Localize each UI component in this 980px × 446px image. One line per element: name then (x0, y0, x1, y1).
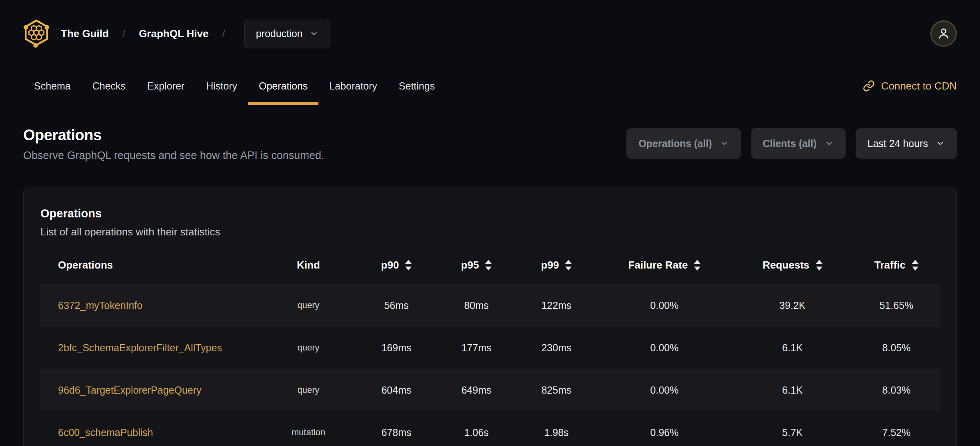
p90-cell: 56ms (356, 284, 436, 327)
p99-cell: 1.98s (516, 411, 596, 446)
requests-cell: 6.1K (732, 327, 852, 369)
chevron-down-icon (825, 139, 834, 148)
sort-arrows-icon[interactable] (816, 260, 822, 271)
table-row: 2bfc_SchemaExplorerFilter_AllTypes query… (40, 327, 940, 369)
tab-operations[interactable]: Operations (248, 67, 318, 105)
sort-desc-icon (565, 267, 572, 271)
sort-desc-icon (405, 267, 412, 271)
traffic-cell: 7.52% (852, 411, 940, 446)
table-row: 96d6_TargetExplorerPageQuery query 604ms… (40, 369, 940, 411)
clients-filter-label: Clients (all) (763, 138, 817, 149)
tab-checks[interactable]: Checks (82, 67, 136, 105)
operation-link[interactable]: 6372_myTokenInfo (58, 300, 142, 311)
breadcrumb-separator: / (220, 28, 227, 40)
tab-schema[interactable]: Schema (23, 67, 82, 105)
page-subtitle: Observe GraphQL requests and see how the… (23, 149, 324, 162)
sort-desc-icon (694, 267, 700, 271)
main-nav: Schema Checks Explorer History Operation… (0, 67, 980, 105)
operation-link[interactable]: 96d6_TargetExplorerPageQuery (58, 384, 202, 396)
header-failure-rate[interactable]: Failure Rate (596, 252, 732, 284)
requests-cell: 39.2K (732, 284, 852, 327)
sort-asc-icon (694, 260, 700, 264)
breadcrumb-org[interactable]: The Guild (61, 28, 109, 40)
tab-laboratory[interactable]: Laboratory (318, 67, 388, 105)
p95-cell: 80ms (436, 284, 516, 327)
p99-cell: 122ms (516, 284, 596, 327)
target-selector[interactable]: production (244, 19, 330, 48)
kind-cell: query (260, 369, 356, 411)
requests-cell: 6.1K (732, 369, 852, 411)
user-avatar[interactable] (930, 20, 957, 47)
person-icon (936, 26, 951, 41)
header-p90-label: p90 (381, 259, 399, 271)
operation-cell: 2bfc_SchemaExplorerFilter_AllTypes (40, 327, 260, 369)
clients-filter-dropdown[interactable]: Clients (all) (751, 128, 846, 159)
breadcrumb: The Guild / GraphQL Hive / production (23, 19, 330, 48)
header-requests-label: Requests (762, 259, 809, 271)
traffic-cell: 8.03% (852, 369, 940, 411)
table-row: 6372_myTokenInfo query 56ms 80ms 122ms 0… (40, 284, 940, 327)
p99-cell: 825ms (516, 369, 596, 411)
operations-table: Operations Kind p90 p95 p99 Failure Rate… (40, 252, 940, 446)
period-filter-dropdown[interactable]: Last 24 hours (856, 128, 957, 159)
sort-asc-icon (912, 260, 918, 264)
operations-filter-label: Operations (all) (638, 138, 712, 149)
failure-rate-cell: 0.00% (596, 327, 732, 369)
sort-asc-icon (405, 260, 412, 264)
table-header-row: Operations Kind p90 p95 p99 Failure Rate… (40, 252, 940, 284)
breadcrumb-separator: / (120, 28, 128, 40)
link-icon (863, 80, 875, 92)
card-subtitle: List of all operations with their statis… (40, 226, 940, 238)
sort-desc-icon (485, 267, 492, 271)
requests-cell: 5.7K (732, 411, 852, 446)
sort-desc-icon (816, 267, 822, 271)
operation-cell: 6c00_schemaPublish (40, 411, 260, 446)
header-traffic[interactable]: Traffic (852, 252, 940, 284)
period-filter-label: Last 24 hours (868, 138, 928, 149)
operation-link[interactable]: 2bfc_SchemaExplorerFilter_AllTypes (58, 342, 222, 353)
p95-cell: 649ms (436, 369, 516, 411)
p95-cell: 1.06s (436, 411, 516, 446)
header-traffic-label: Traffic (874, 259, 906, 271)
tab-history[interactable]: History (195, 67, 248, 105)
sort-arrows-icon[interactable] (485, 260, 492, 271)
operations-table-body: 6372_myTokenInfo query 56ms 80ms 122ms 0… (40, 284, 940, 446)
p95-cell: 177ms (436, 327, 516, 369)
p99-cell: 230ms (516, 327, 596, 369)
operation-cell: 96d6_TargetExplorerPageQuery (40, 369, 260, 411)
sort-asc-icon (816, 260, 822, 264)
header-failure-rate-label: Failure Rate (628, 259, 688, 271)
operation-link[interactable]: 6c00_schemaPublish (58, 427, 153, 438)
sort-desc-icon (912, 267, 918, 271)
traffic-cell: 8.05% (852, 327, 940, 369)
sort-arrows-icon[interactable] (405, 260, 412, 271)
header-kind: Kind (260, 252, 356, 284)
sort-arrows-icon[interactable] (565, 260, 572, 271)
header-p99[interactable]: p99 (516, 252, 596, 284)
header-p90[interactable]: p90 (356, 252, 436, 284)
header-p99-label: p99 (541, 259, 559, 271)
target-selector-value: production (256, 28, 303, 40)
p90-cell: 678ms (356, 411, 436, 446)
page-title: Operations (23, 127, 324, 144)
breadcrumb-project[interactable]: GraphQL Hive (139, 28, 208, 40)
failure-rate-cell: 0.96% (596, 411, 732, 446)
card-title: Operations (40, 207, 940, 220)
connect-to-cdn-button[interactable]: Connect to CDN (863, 80, 957, 92)
sort-arrows-icon[interactable] (912, 260, 918, 271)
filter-bar: Operations (all) Clients (all) Last 24 h… (626, 127, 957, 159)
chevron-down-icon (720, 139, 729, 148)
nav-tabs: Schema Checks Explorer History Operation… (23, 67, 446, 105)
tab-explorer[interactable]: Explorer (136, 67, 195, 105)
hive-logo-icon[interactable] (23, 19, 50, 48)
operations-filter-dropdown[interactable]: Operations (all) (626, 128, 740, 159)
p90-cell: 604ms (356, 369, 436, 411)
page-header: Operations Observe GraphQL requests and … (0, 105, 980, 162)
sort-arrows-icon[interactable] (694, 260, 700, 271)
sort-asc-icon (565, 260, 572, 264)
tab-settings[interactable]: Settings (388, 67, 446, 105)
header-requests[interactable]: Requests (732, 252, 852, 284)
chevron-down-icon (936, 139, 945, 148)
connect-to-cdn-label: Connect to CDN (881, 80, 957, 92)
header-p95[interactable]: p95 (436, 252, 516, 284)
